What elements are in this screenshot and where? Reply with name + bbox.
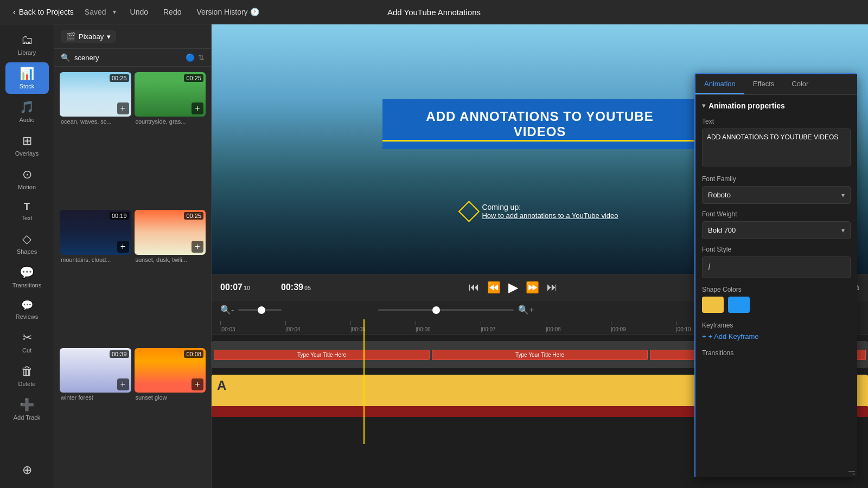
sidebar-item-motion[interactable]: ⊙ Motion xyxy=(5,163,49,195)
back-to-projects-button[interactable]: ‹ Back to Projects xyxy=(9,5,78,18)
thumb-add-6[interactable]: + xyxy=(192,378,203,390)
sort-icon[interactable]: ⇅ xyxy=(198,53,205,62)
coming-up-label: Coming up: xyxy=(482,203,618,211)
media-thumb-1[interactable]: 00:25 + xyxy=(60,72,131,117)
skip-to-end-button[interactable]: ⏭ xyxy=(547,281,558,293)
timeline-playhead-line[interactable] xyxy=(363,319,365,444)
thumb-add-4[interactable]: + xyxy=(192,241,203,253)
zoom-slider-container xyxy=(238,309,374,311)
font-style-field[interactable]: I xyxy=(702,256,851,278)
font-weight-value: Bold 700 xyxy=(708,226,736,234)
coming-up-link[interactable]: How to add annotations to a YouTube vide… xyxy=(482,211,618,220)
ruler-mark-1: |00:03 xyxy=(220,321,285,332)
zoom-in-button[interactable]: 🔍+ xyxy=(518,305,534,315)
current-frames: 10 xyxy=(244,285,250,291)
text-input[interactable]: ADD ANNOTATIONS TO YOUTUBE VIDEOS xyxy=(702,129,851,166)
thumb-duration-6: 00:08 xyxy=(184,350,203,358)
section-chevron-icon[interactable]: ▾ xyxy=(702,102,705,110)
media-thumb-wrapper: 00:25 + ocean, waves, sc... xyxy=(60,72,131,207)
sidebar-label-reviews: Reviews xyxy=(16,313,39,320)
sidebar-item-text[interactable]: T Text xyxy=(5,197,49,226)
top-bar-actions: Undo Redo Version History 🕐 xyxy=(127,5,263,18)
sidebar-item-stock[interactable]: 📊 Stock xyxy=(5,62,49,94)
total-frames: 05 xyxy=(304,285,311,291)
media-thumb-2[interactable]: 00:25 + xyxy=(135,72,206,117)
font-weight-chevron-icon: ▾ xyxy=(841,227,845,234)
source-selector[interactable]: 🎬 Pixabay ▾ xyxy=(61,30,116,43)
version-history-icon: 🕐 xyxy=(250,8,259,16)
sidebar-item-overlays[interactable]: ⊞ Overlays xyxy=(5,130,49,161)
thumb-duration-4: 00:25 xyxy=(184,212,203,220)
vol-slider-thumb[interactable] xyxy=(258,306,265,314)
overlays-icon: ⊞ xyxy=(22,134,32,148)
top-bar: ‹ Back to Projects Saved ▾ Undo Redo Ver… xyxy=(0,0,868,24)
media-thumb-6[interactable]: 00:08 + xyxy=(135,348,206,393)
thumb-duration-2: 00:25 xyxy=(184,74,203,82)
thumb-label-6: sunset glow xyxy=(135,393,206,401)
top-bar-left: ‹ Back to Projects Saved ▾ xyxy=(9,5,116,18)
sidebar-item-reviews[interactable]: 💬 Reviews xyxy=(5,295,49,324)
add-track-icon: ➕ xyxy=(20,398,34,412)
media-thumb-wrapper: 00:39 + winter forest xyxy=(60,348,131,483)
vol-slider xyxy=(238,309,282,311)
search-input[interactable] xyxy=(74,54,181,62)
add-keyframe-button[interactable]: + + Add Keyframe xyxy=(702,332,851,341)
sidebar-item-transitions[interactable]: 💬 Transitions xyxy=(5,261,49,293)
color-swatch-yellow[interactable] xyxy=(702,297,724,313)
version-history-button[interactable]: Version History 🕐 xyxy=(193,5,262,18)
sidebar-item-delete[interactable]: 🗑 Delete xyxy=(5,360,49,391)
saved-dropdown-icon[interactable]: ▾ xyxy=(113,8,116,16)
keyframes-label: Keyframes xyxy=(702,322,851,329)
transitions-section: Transitions xyxy=(702,349,851,357)
rewind-button[interactable]: ⏪ xyxy=(487,281,501,294)
stock-icon: 📊 xyxy=(20,67,34,81)
preview-annotation: ADD ANNOTATIONS TO YOUTUBE VIDEOS xyxy=(382,99,697,149)
undo-button[interactable]: Undo xyxy=(127,5,151,18)
tab-color[interactable]: Color xyxy=(783,74,817,94)
zoom-slider-main xyxy=(378,309,514,311)
font-family-chevron-icon: ▾ xyxy=(841,191,845,199)
sidebar-item-add-track[interactable]: ➕ Add Track xyxy=(5,394,49,425)
tab-effects[interactable]: Effects xyxy=(744,74,783,94)
text-clip-1[interactable]: Type Your Title Here xyxy=(214,350,430,360)
sidebar-item-audio[interactable]: 🎵 Audio xyxy=(5,96,49,127)
thumb-duration-5: 00:39 xyxy=(110,350,129,358)
skip-to-start-button[interactable]: ⏮ xyxy=(469,281,480,293)
font-weight-label: Font Weight xyxy=(702,210,851,218)
back-to-projects-label: Back to Projects xyxy=(19,8,74,16)
main-layout: 🗂 Library 📊 Stock 🎵 Audio ⊞ Overlays ⊙ M… xyxy=(0,24,868,488)
sidebar-item-library[interactable]: 🗂 Library xyxy=(5,29,49,60)
search-bar: 🔍 🔵 ⇅ xyxy=(54,49,211,67)
thumb-add-3[interactable]: + xyxy=(117,241,129,253)
fast-forward-button[interactable]: ⏩ xyxy=(526,281,539,294)
right-panel: Animation Effects Color ▾ Animation prop… xyxy=(694,73,857,477)
thumb-add-5[interactable]: + xyxy=(117,378,129,390)
zoom-slider-thumb[interactable] xyxy=(432,306,440,314)
resize-handle[interactable] xyxy=(850,470,855,475)
play-pause-button[interactable]: ▶ xyxy=(508,280,518,295)
media-thumb-3[interactable]: 00:19 + xyxy=(60,210,131,254)
thumb-add-2[interactable]: + xyxy=(192,102,203,114)
audio-icon: 🎵 xyxy=(20,100,34,114)
thumb-add-1[interactable]: + xyxy=(117,102,129,114)
zoom-out-button[interactable]: 🔍- xyxy=(220,305,234,315)
redo-button[interactable]: Redo xyxy=(160,5,184,18)
media-thumb-wrapper: 00:25 + countryside, gras... xyxy=(135,72,206,207)
reviews-icon: 💬 xyxy=(21,299,33,311)
sidebar-item-shapes[interactable]: ◇ Shapes xyxy=(5,228,49,259)
text-field-label: Text xyxy=(702,118,851,125)
sidebar-item-layers[interactable]: ⊕ xyxy=(5,459,49,481)
sidebar-item-cut[interactable]: ✂ Cut xyxy=(5,326,49,358)
media-thumb-5[interactable]: 00:39 + xyxy=(60,348,131,393)
thumb-duration-1: 00:25 xyxy=(110,74,129,82)
sidebar-label-shapes: Shapes xyxy=(17,248,37,255)
color-swatch-blue[interactable] xyxy=(728,297,750,313)
source-icon: 🎬 xyxy=(66,32,75,41)
tab-animation[interactable]: Animation xyxy=(695,74,744,94)
sidebar-label-audio: Audio xyxy=(19,117,34,123)
font-weight-dropdown[interactable]: Bold 700 ▾ xyxy=(702,221,851,239)
text-clip-2[interactable]: Type Your Title Here xyxy=(432,350,648,360)
filter-icon[interactable]: 🔵 xyxy=(186,53,195,62)
media-thumb-4[interactable]: 00:25 + xyxy=(135,210,206,254)
font-family-dropdown[interactable]: Roboto ▾ xyxy=(702,186,851,204)
